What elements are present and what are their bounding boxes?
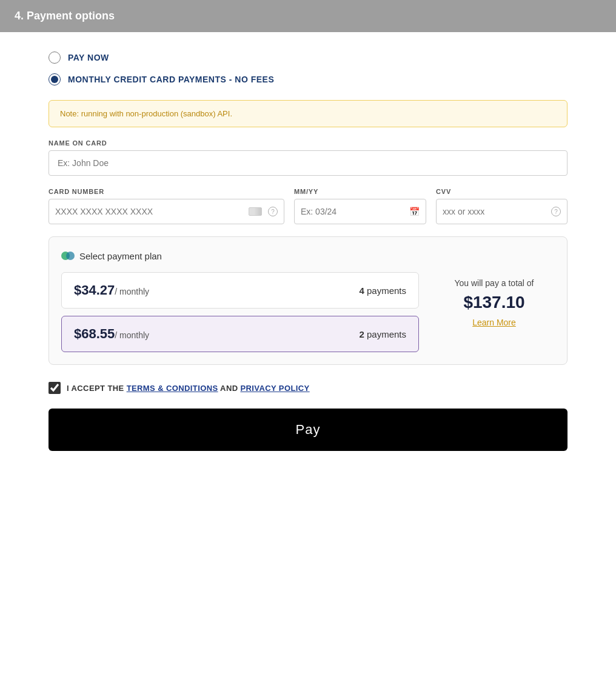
name-on-card-input[interactable]	[49, 150, 567, 176]
page-title: 4. Payment options	[15, 10, 115, 22]
terms-checkbox[interactable]	[49, 382, 61, 394]
monthly-option[interactable]: MONTHLY CREDIT CARD PAYMENTS - NO FEES	[49, 73, 567, 85]
cvv-wrapper: ?	[436, 199, 567, 224]
sandbox-notice-text: Note: running with non-production (sandb…	[60, 109, 232, 118]
plan-options: $34.27/ monthly 4 payments $68.55/ month…	[61, 272, 419, 352]
card-details-row: CARD NUMBER ? MM/YY 📅 CVV ?	[49, 188, 567, 224]
svg-point-1	[66, 252, 75, 260]
card-help-icon[interactable]: ?	[268, 207, 278, 216]
monthly-label: MONTHLY CREDIT CARD PAYMENTS - NO FEES	[68, 75, 274, 84]
pay-now-label: PAY NOW	[68, 53, 109, 62]
plans-container: $34.27/ monthly 4 payments $68.55/ month…	[61, 272, 555, 352]
expiry-label: MM/YY	[294, 188, 426, 195]
plan-1-payments: 4 payments	[359, 285, 406, 296]
cvv-field: CVV ?	[436, 188, 567, 224]
plan-1-label: payments	[367, 285, 406, 296]
name-on-card-field: NAME ON CARD	[49, 139, 567, 176]
plan-1-count: 4	[359, 285, 364, 296]
plan-2-label: payments	[367, 329, 406, 339]
accept-prefix: I ACCEPT THE	[67, 384, 127, 393]
privacy-link[interactable]: PRIVACY POLICY	[240, 384, 309, 393]
summary-total: $137.10	[440, 293, 549, 312]
plan-logo-icon	[61, 249, 75, 262]
pay-now-option[interactable]: PAY NOW	[49, 52, 567, 64]
expiry-wrapper: 📅	[294, 199, 426, 224]
calendar-icon: 📅	[409, 207, 420, 216]
plan-header: Select payment plan	[61, 249, 555, 262]
card-number-input[interactable]	[55, 199, 249, 224]
card-icons: ?	[249, 207, 278, 216]
plan-card-1[interactable]: $34.27/ monthly 4 payments	[61, 272, 419, 309]
cvv-label: CVV	[436, 188, 567, 195]
pay-button[interactable]: Pay	[49, 409, 567, 451]
card-number-wrapper: ?	[49, 199, 284, 224]
plan-2-payments: 2 payments	[359, 329, 406, 339]
card-icon	[249, 207, 262, 216]
expiry-input[interactable]	[301, 199, 407, 224]
payment-plan-box: Select payment plan $34.27/ monthly 4 pa…	[49, 236, 567, 365]
plan-2-period: / monthly	[115, 330, 149, 340]
accept-row: I ACCEPT THE TERMS & CONDITIONS AND PRIV…	[49, 382, 567, 394]
card-number-field: CARD NUMBER ?	[49, 188, 284, 224]
plan-1-amount: $34.27	[74, 282, 115, 298]
name-on-card-label: NAME ON CARD	[49, 139, 567, 147]
page-header: 4. Payment options	[0, 0, 616, 32]
learn-more-button[interactable]: Learn More	[472, 318, 516, 327]
plan-card-2[interactable]: $68.55/ monthly 2 payments	[61, 316, 419, 352]
terms-link[interactable]: TERMS & CONDITIONS	[127, 384, 218, 393]
plan-2-count: 2	[359, 329, 364, 339]
plan-header-label: Select payment plan	[79, 251, 162, 261]
expiry-field: MM/YY 📅	[294, 188, 426, 224]
plan-2-amount-block: $68.55/ monthly	[74, 326, 149, 342]
cvv-input[interactable]	[443, 199, 549, 224]
card-number-label: CARD NUMBER	[49, 188, 284, 195]
plan-2-amount: $68.55	[74, 326, 115, 341]
pay-now-radio[interactable]	[49, 52, 61, 64]
plan-summary: You will pay a total of $137.10 Learn Mo…	[434, 272, 555, 334]
accept-text: I ACCEPT THE TERMS & CONDITIONS AND PRIV…	[67, 384, 310, 393]
sandbox-notice: Note: running with non-production (sandb…	[49, 100, 567, 127]
summary-label: You will pay a total of	[440, 278, 549, 288]
cvv-help-icon[interactable]: ?	[551, 207, 561, 216]
payment-options-group: PAY NOW MONTHLY CREDIT CARD PAYMENTS - N…	[49, 52, 567, 85]
plan-1-period: / monthly	[115, 287, 149, 296]
accept-middle: AND	[218, 384, 241, 393]
monthly-radio[interactable]	[49, 73, 61, 85]
plan-1-amount-block: $34.27/ monthly	[74, 282, 149, 298]
